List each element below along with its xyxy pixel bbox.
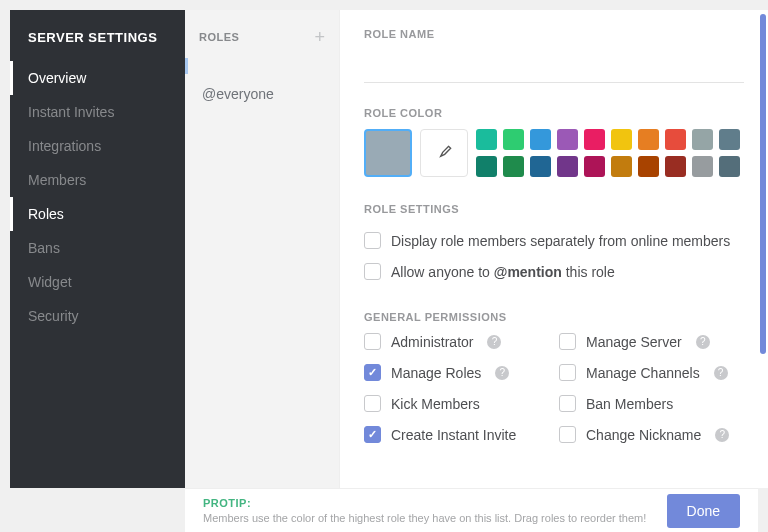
default-color-swatch[interactable] <box>364 129 412 177</box>
color-swatch[interactable] <box>557 129 578 150</box>
color-swatch[interactable] <box>665 156 686 177</box>
sidebar-item-roles[interactable]: Roles <box>10 197 185 231</box>
perm-kick-members: Kick Members <box>364 395 549 412</box>
setting-label: Allow anyone to @mention this role <box>391 264 615 280</box>
help-icon[interactable]: ? <box>715 428 729 442</box>
perm-administrator: Administrator? <box>364 333 549 350</box>
sidebar-item-instant-invites[interactable]: Instant Invites <box>10 95 185 129</box>
checkbox[interactable] <box>559 364 576 381</box>
roles-panel: ROLES + @everyone <box>185 10 340 488</box>
protip-text: Members use the color of the highest rol… <box>203 512 646 524</box>
role-name-input[interactable] <box>364 50 744 83</box>
color-swatch[interactable] <box>719 156 740 177</box>
sidebar-item-widget[interactable]: Widget <box>10 265 185 299</box>
done-button[interactable]: Done <box>667 494 740 528</box>
sidebar-item-integrations[interactable]: Integrations <box>10 129 185 163</box>
permissions-label: GENERAL PERMISSIONS <box>364 311 744 323</box>
color-swatch[interactable] <box>476 156 497 177</box>
setting-allow-mention: Allow anyone to @mention this role <box>364 256 744 287</box>
sidebar-title: SERVER SETTINGS <box>10 18 185 61</box>
role-settings-label: ROLE SETTINGS <box>364 203 744 215</box>
color-swatch[interactable] <box>719 129 740 150</box>
checkbox[interactable] <box>364 333 381 350</box>
color-swatch[interactable] <box>665 129 686 150</box>
role-name-label: ROLE NAME <box>364 28 744 40</box>
color-swatch[interactable] <box>611 156 632 177</box>
sidebar: SERVER SETTINGS OverviewInstant InvitesI… <box>10 10 185 488</box>
protip-label: PROTIP: <box>203 497 251 509</box>
setting-label: Display role members separately from onl… <box>391 233 730 249</box>
help-icon[interactable]: ? <box>696 335 710 349</box>
footer: PROTIP: Members use the color of the hig… <box>185 488 758 532</box>
perm-label: Ban Members <box>586 396 673 412</box>
perm-label: Manage Channels <box>586 365 700 381</box>
checkbox-display-separately[interactable] <box>364 232 381 249</box>
perm-label: Manage Roles <box>391 365 481 381</box>
setting-display-separately: Display role members separately from onl… <box>364 225 744 256</box>
checkbox[interactable] <box>559 333 576 350</box>
color-swatch[interactable] <box>692 129 713 150</box>
roles-header-label: ROLES <box>199 31 239 43</box>
checkbox[interactable] <box>364 364 381 381</box>
perm-label: Kick Members <box>391 396 480 412</box>
help-icon[interactable]: ? <box>487 335 501 349</box>
checkbox[interactable] <box>364 426 381 443</box>
checkbox[interactable] <box>559 426 576 443</box>
scrollbar[interactable] <box>760 14 766 354</box>
perm-label: Create Instant Invite <box>391 427 516 443</box>
perm-change-nickname: Change Nickname? <box>559 426 744 443</box>
role-item-blank[interactable] <box>185 58 339 74</box>
perm-ban-members: Ban Members <box>559 395 744 412</box>
eyedropper-icon <box>436 143 452 163</box>
sidebar-item-overview[interactable]: Overview <box>10 61 185 95</box>
add-role-button[interactable]: + <box>314 28 325 46</box>
color-swatch[interactable] <box>557 156 578 177</box>
role-item[interactable]: @everyone <box>185 78 339 110</box>
role-color-label: ROLE COLOR <box>364 107 744 119</box>
color-swatch[interactable] <box>638 129 659 150</box>
perm-create-instant-invite: Create Instant Invite <box>364 426 549 443</box>
app-window: SERVER SETTINGS OverviewInstant InvitesI… <box>10 10 768 488</box>
color-palette <box>476 129 740 177</box>
roles-header: ROLES + <box>185 10 339 58</box>
color-swatch[interactable] <box>503 129 524 150</box>
role-editor: ROLE NAME ROLE COLOR ROLE SETTINGS <box>340 10 768 488</box>
perm-label: Manage Server <box>586 334 682 350</box>
eyedropper-button[interactable] <box>420 129 468 177</box>
perm-manage-roles: Manage Roles? <box>364 364 549 381</box>
help-icon[interactable]: ? <box>714 366 728 380</box>
color-swatch[interactable] <box>530 156 551 177</box>
color-swatch[interactable] <box>584 156 605 177</box>
color-swatch[interactable] <box>692 156 713 177</box>
checkbox[interactable] <box>559 395 576 412</box>
color-swatch[interactable] <box>611 129 632 150</box>
sidebar-item-bans[interactable]: Bans <box>10 231 185 265</box>
perm-manage-server: Manage Server? <box>559 333 744 350</box>
protip: PROTIP: Members use the color of the hig… <box>203 496 646 525</box>
perm-label: Change Nickname <box>586 427 701 443</box>
checkbox-allow-mention[interactable] <box>364 263 381 280</box>
perm-label: Administrator <box>391 334 473 350</box>
color-swatch[interactable] <box>530 129 551 150</box>
color-swatch[interactable] <box>476 129 497 150</box>
sidebar-item-members[interactable]: Members <box>10 163 185 197</box>
sidebar-item-security[interactable]: Security <box>10 299 185 333</box>
color-swatch[interactable] <box>503 156 524 177</box>
checkbox[interactable] <box>364 395 381 412</box>
help-icon[interactable]: ? <box>495 366 509 380</box>
color-swatch[interactable] <box>584 129 605 150</box>
perm-manage-channels: Manage Channels? <box>559 364 744 381</box>
color-swatch[interactable] <box>638 156 659 177</box>
